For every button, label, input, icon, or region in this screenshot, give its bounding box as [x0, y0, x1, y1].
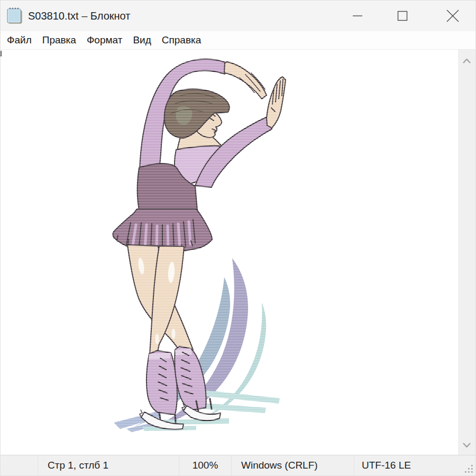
cursor-position-text: Стр 1, стлб 1: [48, 460, 108, 471]
menu-file[interactable]: Файл: [2, 31, 37, 50]
menu-bar: Файл Правка Формат Вид Справка: [1, 31, 475, 50]
window-title: S03810.txt – Блокнот: [28, 1, 130, 31]
menu-view[interactable]: Вид: [127, 31, 156, 50]
scroll-down-button[interactable]: [458, 437, 475, 453]
menu-edit[interactable]: Правка: [37, 31, 81, 50]
notepad-window: S03810.txt – Блокнот Файл Правка Формат …: [0, 0, 476, 476]
close-icon: [446, 10, 459, 22]
maximize-button[interactable]: [390, 1, 415, 31]
close-button[interactable]: [441, 1, 465, 31]
encoding-text: UTF-16 LE: [362, 460, 411, 471]
status-line-ending: Windows (CRLF): [231, 455, 354, 475]
resize-grip[interactable]: [463, 463, 474, 474]
status-bar: Стр 1, стлб 1 100% Windows (CRLF) UTF-16…: [1, 455, 475, 475]
scanline-dither-overlay: [1, 50, 459, 456]
menu-format[interactable]: Формат: [81, 31, 128, 50]
vertical-scrollbar[interactable]: [458, 50, 475, 456]
status-zoom-level: 100%: [179, 455, 231, 475]
maximize-icon: [397, 11, 408, 21]
minimize-button[interactable]: [345, 1, 370, 31]
notepad-icon: [6, 7, 24, 25]
status-cursor-position: Стр 1, стлб 1: [38, 455, 179, 475]
figure-skater-artwork: [1, 50, 459, 456]
status-blank-section: [1, 455, 38, 475]
chevron-down-icon: [463, 443, 471, 447]
title-bar[interactable]: S03810.txt – Блокнот: [1, 1, 475, 31]
menu-help[interactable]: Справка: [157, 31, 207, 50]
minimize-icon: [352, 11, 363, 21]
chevron-up-icon: [463, 59, 471, 63]
scroll-up-button[interactable]: [458, 53, 475, 69]
status-encoding: UTF-16 LE: [354, 455, 475, 475]
text-editor-area[interactable]: [1, 50, 459, 456]
zoom-level-text: 100%: [193, 460, 218, 471]
line-ending-text: Windows (CRLF): [241, 460, 318, 471]
